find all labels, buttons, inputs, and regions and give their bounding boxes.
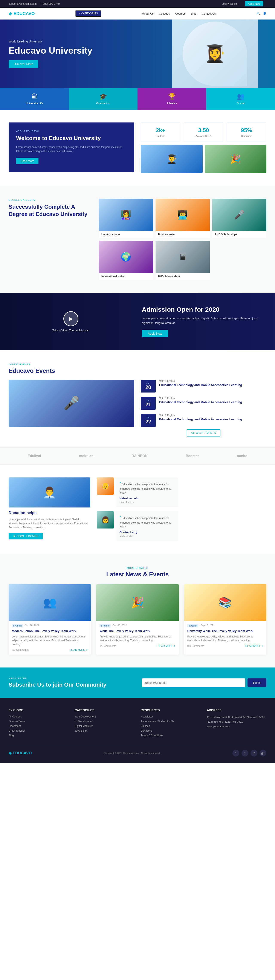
event-month-3: Jun: [143, 416, 153, 419]
nav-courses[interactable]: Courses: [175, 12, 185, 15]
newsletter-email-input[interactable]: [142, 678, 245, 687]
quote-icon-2: ": [120, 515, 121, 520]
footer-explore-item-2: Finance Team: [9, 720, 68, 723]
cat-social[interactable]: 👥 Social: [206, 88, 275, 110]
testimonial-role-2: Math Teacher: [120, 534, 175, 538]
footer-copyright: Copyright © 2020 Company name. All right…: [104, 752, 160, 754]
nav-colleges[interactable]: Colleges: [159, 12, 170, 15]
hero-section: World Leading University Educavo Univers…: [0, 19, 275, 88]
footer-explore-link-5[interactable]: Blog: [9, 734, 14, 737]
logo[interactable]: ◈ EDUCAVO: [9, 11, 35, 16]
footer-logo: ◈ EDUCAVO: [9, 751, 32, 756]
stat-cgpa: 3.50 Average CGPA: [184, 123, 224, 142]
degrees-label: DEGREE CATEGORY: [9, 199, 93, 201]
partner-booster: Booster: [186, 454, 199, 458]
footer-explore-link-4[interactable]: Great Teacher: [9, 729, 25, 732]
footer-res-link-5[interactable]: Terms & Conditions: [141, 734, 163, 737]
newsletter-submit-button[interactable]: Submit: [248, 678, 266, 687]
news-card-title-1: Modern School The Lovely Valley Team Wor…: [12, 629, 88, 633]
user-icon[interactable]: 👤: [263, 12, 266, 15]
cat-graduation[interactable]: 🎓 Graduation: [69, 88, 138, 110]
search-icon[interactable]: 🔍: [256, 12, 260, 15]
stat-graduates-number: 95%: [231, 127, 262, 134]
events-section: LATEST EVENTS Educavo Events 🎤 Jun 20 Ma…: [0, 350, 275, 447]
apply-now-btn[interactable]: Apply Now: [245, 1, 263, 6]
view-all-link[interactable]: VIEW ALL EVENTS: [187, 430, 220, 436]
cat-social-label: Social: [237, 102, 244, 105]
degree-postgraduate[interactable]: 👨‍💻 Postgraduate: [155, 199, 210, 238]
event-item-1[interactable]: Jun 20 Math & English Educational Techno…: [141, 380, 266, 393]
video-play-button[interactable]: ▶: [63, 311, 78, 326]
header-icons: 🔍 👤: [256, 12, 266, 15]
news-read-more-2[interactable]: READ MORE >: [158, 644, 176, 648]
footer-resources: RESOURCES Newsletter Annoucement Student…: [141, 708, 200, 739]
degree-phd2[interactable]: 🖥 PHD Scholarships: [155, 241, 210, 280]
cat-university-life[interactable]: 🏛 University Life: [0, 88, 69, 110]
social-facebook[interactable]: f: [232, 749, 239, 757]
view-all-events[interactable]: VIEW ALL EVENTS: [141, 431, 266, 434]
footer-res-link-3[interactable]: Classes: [141, 725, 150, 727]
nav-blog[interactable]: Blog: [191, 12, 197, 15]
event-info-2: Math & English Educational Technology an…: [159, 397, 266, 404]
quote-icon-1: ": [120, 481, 121, 486]
footer-res-link-1[interactable]: Newsletter: [141, 715, 153, 718]
footer-social: f t in g+: [232, 749, 266, 757]
degree-undergraduate[interactable]: 👩‍🏫 Undergraduate: [99, 199, 153, 238]
footer-res-item-5: Terms & Conditions: [141, 734, 200, 737]
cat-athletics[interactable]: 🏆 Athletics: [138, 88, 206, 110]
footer-explore-link-3[interactable]: Placement: [9, 725, 21, 727]
footer: EXPLORE All Courses Finance Team Placeme…: [0, 698, 275, 763]
social-linkedin[interactable]: in: [251, 749, 257, 757]
stat-students: 2k+ Students: [141, 123, 181, 142]
stats-label: ABOUT EDUCAVO: [16, 130, 127, 132]
footer-res-link-4[interactable]: Donations: [141, 729, 152, 732]
footer-cat-link-4[interactable]: Java Script: [75, 729, 88, 732]
event-item-3[interactable]: Jun 22 Math & English Educational Techno…: [141, 414, 266, 427]
donate-button[interactable]: BECOME A DONOR: [9, 533, 43, 539]
news-read-more-1[interactable]: READ MORE >: [70, 648, 88, 651]
footer-cat-link-3[interactable]: Digital Marketer: [75, 725, 93, 727]
footer-res-link-2[interactable]: Annoucement Student Profile: [141, 720, 174, 723]
partner-edulivoi: Edulivoi: [28, 454, 41, 458]
degree-phd1[interactable]: 🎤 PHD Scholarships: [212, 199, 266, 238]
stats-left: ABOUT EDUCAVO Welcome to Educavo Univers…: [9, 123, 134, 172]
event-item-2[interactable]: Jun 21 Math & English Educational Techno…: [141, 397, 266, 410]
social-twitter[interactable]: t: [241, 749, 248, 757]
news-read-more-3[interactable]: READ MORE >: [245, 644, 263, 648]
footer-resources-list: Newsletter Annoucement Student Profile C…: [141, 715, 200, 737]
footer-explore-link-1[interactable]: All Courses: [9, 715, 22, 718]
top-right: Login/Register Apply Now: [222, 1, 266, 6]
newsletter-inner: NEWSLETTER Subscribe Us to join Our Comm…: [9, 677, 266, 688]
footer-cat-link-1[interactable]: Web Development: [75, 715, 96, 718]
news-tag-1: 6 Admin: [12, 624, 23, 627]
event-day-2: 21: [143, 401, 153, 407]
social-googleplus[interactable]: g+: [259, 749, 266, 757]
footer-address-text: 115 Buffalo Creek Northwest #350 New Yor…: [207, 715, 267, 729]
email-link[interactable]: support@sitetheme.com: [9, 2, 37, 5]
categories-button[interactable]: ≡ CATEGORIES: [75, 10, 101, 17]
login-link[interactable]: Login/Register: [222, 2, 238, 5]
nav-about[interactable]: About Us: [142, 12, 153, 15]
degree-international[interactable]: 🌍 International Hubs: [99, 241, 153, 280]
admission-apply-button[interactable]: Apply Now: [142, 330, 168, 337]
news-card-title-3: University While The Lovely Valley Team …: [187, 629, 263, 633]
stat-graduates: 95% Graduates: [227, 123, 266, 142]
graduation-icon: 🎓: [99, 93, 107, 100]
hero-image: 👩‍🎓: [172, 19, 258, 88]
event-info-3: Math & English Educational Technology an…: [159, 414, 266, 421]
footer-explore-list: All Courses Finance Team Placement Great…: [9, 715, 68, 737]
read-more-button[interactable]: Read More: [16, 158, 38, 164]
news-title: Latest News & Events: [9, 571, 266, 578]
top-bar: support@sitetheme.com (+888) 999-9740 Lo…: [0, 0, 275, 8]
testimonial-name-2: Gratton Larry: [120, 530, 175, 535]
footer-res-item-4: Donations: [141, 729, 200, 732]
phone-link[interactable]: (+888) 999-9740: [41, 2, 60, 5]
discover-button[interactable]: Discover More: [9, 60, 38, 68]
nav-contact[interactable]: Contact Us: [202, 12, 216, 15]
category-bar: 🏛 University Life 🎓 Graduation 🏆 Athleti…: [0, 88, 275, 110]
news-comments-2: 0/0 Comments: [99, 644, 116, 648]
testimonial-text-1: Education is the passport to the future …: [120, 483, 171, 494]
footer-explore-link-2[interactable]: Finance Team: [9, 720, 25, 723]
footer-cat-link-2[interactable]: UI Development: [75, 720, 93, 723]
footer-categories-title: CATEGORIES: [75, 708, 134, 712]
